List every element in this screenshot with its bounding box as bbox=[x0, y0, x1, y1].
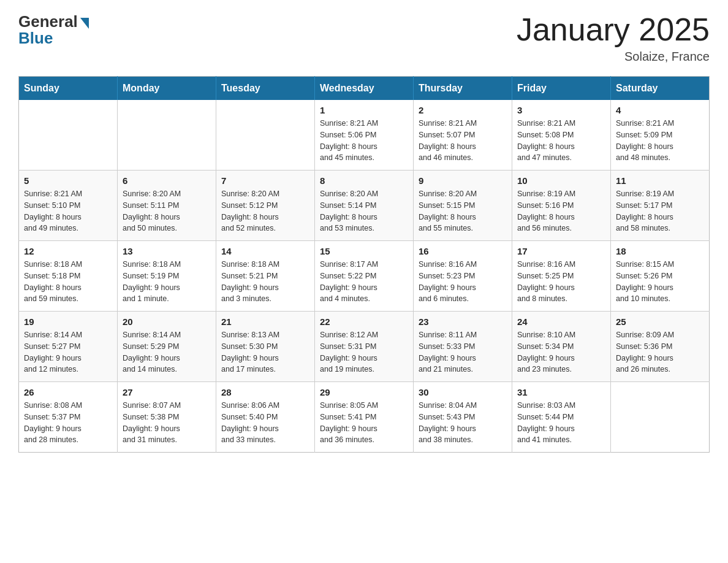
day-info: Sunrise: 8:08 AMSunset: 5:37 PMDaylight:… bbox=[24, 400, 112, 446]
day-number: 30 bbox=[419, 387, 507, 397]
calendar-cell bbox=[611, 382, 710, 453]
calendar-cell: 17Sunrise: 8:16 AMSunset: 5:25 PMDayligh… bbox=[512, 241, 611, 312]
calendar-cell: 31Sunrise: 8:03 AMSunset: 5:44 PMDayligh… bbox=[512, 382, 611, 453]
day-info: Sunrise: 8:13 AMSunset: 5:30 PMDaylight:… bbox=[221, 329, 309, 375]
day-info: Sunrise: 8:21 AMSunset: 5:09 PMDaylight:… bbox=[616, 118, 704, 164]
day-info: Sunrise: 8:19 AMSunset: 5:16 PMDaylight:… bbox=[517, 188, 605, 234]
calendar-cell: 18Sunrise: 8:15 AMSunset: 5:26 PMDayligh… bbox=[611, 241, 710, 312]
calendar-cell bbox=[216, 100, 315, 170]
calendar-day-header: Tuesday bbox=[216, 77, 315, 101]
day-number: 11 bbox=[616, 175, 704, 186]
day-number: 18 bbox=[616, 246, 704, 256]
calendar-cell: 12Sunrise: 8:18 AMSunset: 5:18 PMDayligh… bbox=[19, 241, 118, 312]
calendar-cell: 10Sunrise: 8:19 AMSunset: 5:16 PMDayligh… bbox=[512, 170, 611, 241]
calendar-cell: 2Sunrise: 8:21 AMSunset: 5:07 PMDaylight… bbox=[414, 100, 512, 170]
day-info: Sunrise: 8:20 AMSunset: 5:14 PMDaylight:… bbox=[320, 188, 408, 234]
calendar-cell: 27Sunrise: 8:07 AMSunset: 5:38 PMDayligh… bbox=[118, 382, 216, 453]
calendar-cell: 5Sunrise: 8:21 AMSunset: 5:10 PMDaylight… bbox=[19, 170, 118, 241]
day-info: Sunrise: 8:21 AMSunset: 5:07 PMDaylight:… bbox=[419, 118, 507, 164]
day-number: 2 bbox=[419, 105, 507, 115]
logo-arrow-icon bbox=[80, 18, 89, 29]
day-number: 31 bbox=[517, 387, 605, 397]
day-number: 14 bbox=[221, 246, 309, 256]
calendar-cell: 9Sunrise: 8:20 AMSunset: 5:15 PMDaylight… bbox=[414, 170, 512, 241]
calendar-cell: 20Sunrise: 8:14 AMSunset: 5:29 PMDayligh… bbox=[118, 312, 216, 382]
day-info: Sunrise: 8:18 AMSunset: 5:21 PMDaylight:… bbox=[221, 259, 309, 305]
calendar-header-row: SundayMondayTuesdayWednesdayThursdayFrid… bbox=[19, 77, 710, 101]
day-number: 7 bbox=[221, 175, 309, 186]
day-info: Sunrise: 8:18 AMSunset: 5:18 PMDaylight:… bbox=[24, 259, 112, 305]
calendar-cell: 29Sunrise: 8:05 AMSunset: 5:41 PMDayligh… bbox=[315, 382, 414, 453]
day-info: Sunrise: 8:07 AMSunset: 5:38 PMDaylight:… bbox=[123, 400, 211, 446]
logo: General Blue bbox=[18, 12, 89, 48]
day-number: 25 bbox=[616, 316, 704, 327]
calendar-cell: 6Sunrise: 8:20 AMSunset: 5:11 PMDaylight… bbox=[118, 170, 216, 241]
calendar-cell: 24Sunrise: 8:10 AMSunset: 5:34 PMDayligh… bbox=[512, 312, 611, 382]
calendar-body: 1Sunrise: 8:21 AMSunset: 5:06 PMDaylight… bbox=[19, 100, 710, 453]
calendar-week-row: 19Sunrise: 8:14 AMSunset: 5:27 PMDayligh… bbox=[19, 312, 710, 382]
day-number: 15 bbox=[320, 246, 408, 256]
page-subtitle: Solaize, France bbox=[517, 50, 710, 64]
day-number: 6 bbox=[123, 175, 211, 186]
day-info: Sunrise: 8:05 AMSunset: 5:41 PMDaylight:… bbox=[320, 400, 408, 446]
day-info: Sunrise: 8:16 AMSunset: 5:23 PMDaylight:… bbox=[419, 259, 507, 305]
day-info: Sunrise: 8:12 AMSunset: 5:31 PMDaylight:… bbox=[320, 329, 408, 375]
day-info: Sunrise: 8:21 AMSunset: 5:08 PMDaylight:… bbox=[517, 118, 605, 164]
calendar-cell: 30Sunrise: 8:04 AMSunset: 5:43 PMDayligh… bbox=[414, 382, 512, 453]
day-number: 9 bbox=[419, 175, 507, 186]
day-number: 1 bbox=[320, 105, 408, 115]
day-number: 13 bbox=[123, 246, 211, 256]
calendar-week-row: 12Sunrise: 8:18 AMSunset: 5:18 PMDayligh… bbox=[19, 241, 710, 312]
calendar-day-header: Sunday bbox=[19, 77, 118, 101]
day-info: Sunrise: 8:20 AMSunset: 5:12 PMDaylight:… bbox=[221, 188, 309, 234]
calendar-day-header: Monday bbox=[118, 77, 216, 101]
calendar-cell: 26Sunrise: 8:08 AMSunset: 5:37 PMDayligh… bbox=[19, 382, 118, 453]
calendar-cell: 21Sunrise: 8:13 AMSunset: 5:30 PMDayligh… bbox=[216, 312, 315, 382]
calendar-day-header: Wednesday bbox=[315, 77, 414, 101]
day-number: 17 bbox=[517, 246, 605, 256]
logo-blue-text: Blue bbox=[18, 29, 53, 48]
calendar-cell: 1Sunrise: 8:21 AMSunset: 5:06 PMDaylight… bbox=[315, 100, 414, 170]
calendar-cell: 28Sunrise: 8:06 AMSunset: 5:40 PMDayligh… bbox=[216, 382, 315, 453]
day-info: Sunrise: 8:14 AMSunset: 5:27 PMDaylight:… bbox=[24, 329, 112, 375]
calendar-cell: 3Sunrise: 8:21 AMSunset: 5:08 PMDaylight… bbox=[512, 100, 611, 170]
day-info: Sunrise: 8:06 AMSunset: 5:40 PMDaylight:… bbox=[221, 400, 309, 446]
day-info: Sunrise: 8:17 AMSunset: 5:22 PMDaylight:… bbox=[320, 259, 408, 305]
day-info: Sunrise: 8:15 AMSunset: 5:26 PMDaylight:… bbox=[616, 259, 704, 305]
calendar-cell: 13Sunrise: 8:18 AMSunset: 5:19 PMDayligh… bbox=[118, 241, 216, 312]
day-number: 23 bbox=[419, 316, 507, 327]
day-number: 8 bbox=[320, 175, 408, 186]
day-info: Sunrise: 8:16 AMSunset: 5:25 PMDaylight:… bbox=[517, 259, 605, 305]
day-number: 22 bbox=[320, 316, 408, 327]
page-header: General Blue January 2025 Solaize, Franc… bbox=[18, 12, 710, 64]
calendar-week-row: 5Sunrise: 8:21 AMSunset: 5:10 PMDaylight… bbox=[19, 170, 710, 241]
day-number: 24 bbox=[517, 316, 605, 327]
calendar-cell: 25Sunrise: 8:09 AMSunset: 5:36 PMDayligh… bbox=[611, 312, 710, 382]
calendar-header: SundayMondayTuesdayWednesdayThursdayFrid… bbox=[19, 77, 710, 101]
calendar-cell bbox=[19, 100, 118, 170]
day-number: 29 bbox=[320, 387, 408, 397]
calendar-cell: 19Sunrise: 8:14 AMSunset: 5:27 PMDayligh… bbox=[19, 312, 118, 382]
calendar-cell: 14Sunrise: 8:18 AMSunset: 5:21 PMDayligh… bbox=[216, 241, 315, 312]
day-info: Sunrise: 8:19 AMSunset: 5:17 PMDaylight:… bbox=[616, 188, 704, 234]
day-number: 27 bbox=[123, 387, 211, 397]
day-number: 20 bbox=[123, 316, 211, 327]
title-block: January 2025 Solaize, France bbox=[517, 12, 710, 64]
day-number: 21 bbox=[221, 316, 309, 327]
day-info: Sunrise: 8:04 AMSunset: 5:43 PMDaylight:… bbox=[419, 400, 507, 446]
calendar-cell: 16Sunrise: 8:16 AMSunset: 5:23 PMDayligh… bbox=[414, 241, 512, 312]
day-number: 16 bbox=[419, 246, 507, 256]
day-info: Sunrise: 8:20 AMSunset: 5:15 PMDaylight:… bbox=[419, 188, 507, 234]
day-number: 26 bbox=[24, 387, 112, 397]
page-title: January 2025 bbox=[517, 12, 710, 47]
day-number: 12 bbox=[24, 246, 112, 256]
day-number: 5 bbox=[24, 175, 112, 186]
day-info: Sunrise: 8:21 AMSunset: 5:06 PMDaylight:… bbox=[320, 118, 408, 164]
calendar-week-row: 26Sunrise: 8:08 AMSunset: 5:37 PMDayligh… bbox=[19, 382, 710, 453]
day-info: Sunrise: 8:11 AMSunset: 5:33 PMDaylight:… bbox=[419, 329, 507, 375]
day-number: 3 bbox=[517, 105, 605, 115]
calendar-cell: 7Sunrise: 8:20 AMSunset: 5:12 PMDaylight… bbox=[216, 170, 315, 241]
day-number: 4 bbox=[616, 105, 704, 115]
calendar-cell: 15Sunrise: 8:17 AMSunset: 5:22 PMDayligh… bbox=[315, 241, 414, 312]
day-info: Sunrise: 8:20 AMSunset: 5:11 PMDaylight:… bbox=[123, 188, 211, 234]
